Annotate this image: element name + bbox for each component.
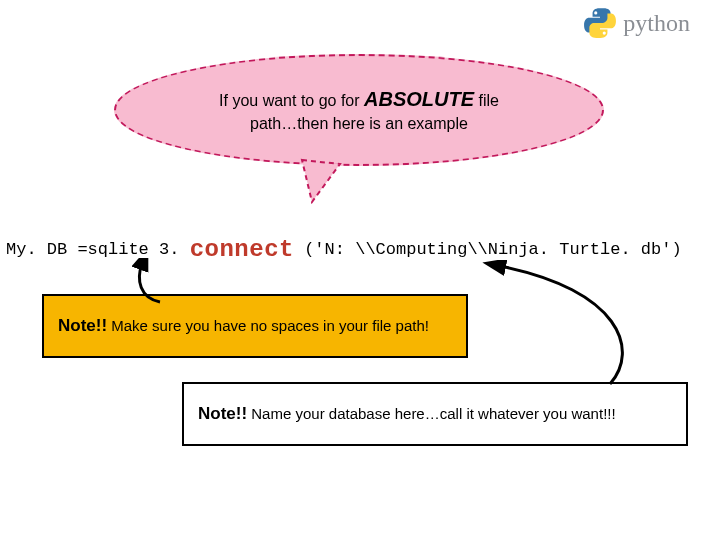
note1-rest: Make sure you have no spaces in your fil… — [107, 317, 429, 334]
bubble-pre: If you want to go for — [219, 92, 364, 109]
code-lhs: My. DB =sqlite 3 — [6, 240, 169, 259]
speech-bubble-text: If you want to go for ABSOLUTE file path… — [219, 86, 499, 135]
bubble-post: file — [474, 92, 499, 109]
note1-text: Note!! Make sure you have no spaces in y… — [58, 316, 429, 336]
code-dot: . — [169, 240, 189, 259]
python-logo-text: python — [623, 10, 690, 37]
bubble-emph: ABSOLUTE — [364, 88, 474, 110]
python-icon — [583, 6, 617, 40]
note2-text: Note!! Name your database here…call it w… — [198, 404, 616, 424]
python-logo: python — [583, 6, 690, 40]
note2-strong: Note!! — [198, 404, 247, 423]
note-no-spaces: Note!! Make sure you have no spaces in y… — [42, 294, 468, 358]
note1-strong: Note!! — [58, 316, 107, 335]
arrow-note2-to-code — [480, 260, 650, 390]
code-args: ('N: \\Computing\\Ninja. Turtle. db') — [294, 240, 682, 259]
svg-marker-0 — [302, 160, 340, 202]
code-line: My. DB =sqlite 3. connect ('N: \\Computi… — [6, 236, 682, 263]
note-name-db: Note!! Name your database here…call it w… — [182, 382, 688, 446]
code-connect: connect — [190, 236, 294, 263]
note2-rest: Name your database here…call it whatever… — [247, 405, 616, 422]
bubble-line2: path…then here is an example — [250, 115, 468, 132]
speech-bubble: If you want to go for ABSOLUTE file path… — [114, 54, 604, 166]
